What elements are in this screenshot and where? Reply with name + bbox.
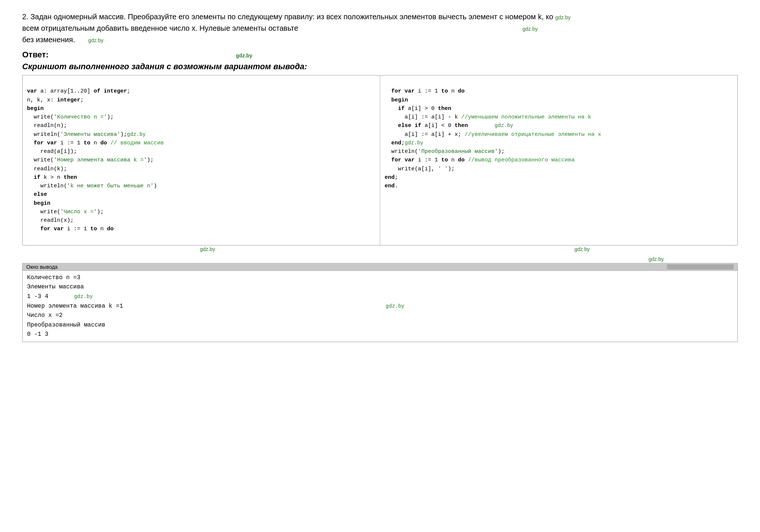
task-number: 2. <box>22 13 29 21</box>
output-line-1: Количество n =3 <box>27 273 733 283</box>
watermark-code-1: gdz.by <box>127 131 145 137</box>
watermark-answer: gdz.by <box>236 53 252 58</box>
output-line-3: 1 -3 4 gdz.by <box>27 292 733 302</box>
page-content: 2. Задан одномерный массив. Преобразуйте… <box>22 11 738 342</box>
screenshot-label: Скриншот выполненного задания с возможны… <box>22 62 738 71</box>
output-line-6: Преобразованный массив <box>27 321 733 330</box>
watermark-1: gdz.by <box>555 14 570 20</box>
code-panel-right: for var i := 1 to n do begin if a[i] > 0… <box>380 76 737 245</box>
code-area: var a: array[1..20] of integer; n, k, x:… <box>22 75 738 245</box>
answer-label: Ответ: gdz.by <box>22 50 738 60</box>
watermark-code-3: gdz.by <box>405 140 423 146</box>
task-body-3: без изменения. <box>22 36 75 44</box>
output-title-bar: Окно вывода <box>23 263 737 271</box>
watermark-3: gdz.by <box>88 37 103 43</box>
output-scrollbar[interactable] <box>667 264 734 270</box>
output-content: Количество n =3 Элементы массива 1 -3 4 … <box>23 271 737 342</box>
output-line-4: Номер элемента массива k =1 gdz.by <box>27 302 733 311</box>
watermark-2: gdz.by <box>522 26 538 32</box>
watermark-bottom-2: gdz.by <box>575 246 590 252</box>
output-line-7: 0 -1 3 <box>27 330 733 339</box>
task-body-2: всем отрицательным добавить введенное чи… <box>22 24 298 32</box>
watermark-right: gdz.by <box>649 256 664 262</box>
output-line-5: Число x =2 <box>27 311 733 321</box>
watermark-output-1: gdz.by <box>74 294 93 300</box>
code-panel-left: var a: array[1..20] of integer; n, k, x:… <box>23 76 380 245</box>
output-area: Окно вывода Количество n =3 Элементы мас… <box>22 263 738 342</box>
task-description: 2. Задан одномерный массив. Преобразуйте… <box>22 11 738 46</box>
watermark-output-2: gdz.by <box>386 303 404 309</box>
output-line-2: Элементы массива <box>27 282 733 292</box>
output-title: Окно вывода <box>26 264 58 270</box>
watermark-code-2: gdz.by <box>495 123 513 128</box>
watermark-bottom-1: gdz.by <box>200 246 215 252</box>
task-body: Задан одномерный массив. Преобразуйте ег… <box>30 13 553 21</box>
